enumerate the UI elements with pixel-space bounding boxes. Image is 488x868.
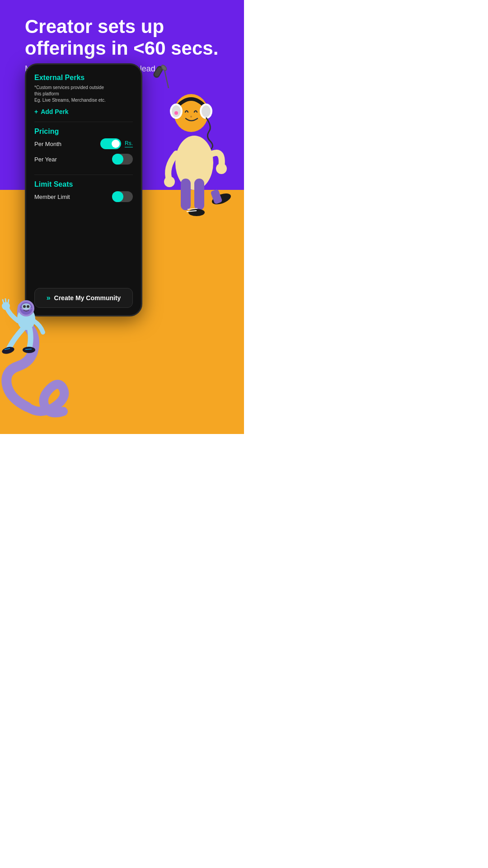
svg-point-16 xyxy=(188,209,205,216)
per-month-label: Per Month xyxy=(34,141,61,147)
per-year-toggle[interactable] xyxy=(112,154,133,165)
svg-line-29 xyxy=(3,300,4,303)
toggle-thumb xyxy=(112,140,120,148)
phone-mockup: External Perks *Custom services provided… xyxy=(25,63,142,316)
svg-point-27 xyxy=(27,305,29,308)
toggle-track-year xyxy=(112,154,133,165)
svg-point-11 xyxy=(190,116,192,118)
external-perks-desc: *Custom services provided outside this p… xyxy=(34,85,133,104)
toggle-thumb-year xyxy=(113,155,122,163)
limit-seats-section: Limit Seats Member Limit xyxy=(34,180,133,207)
microphone-icon xyxy=(147,63,169,99)
svg-point-18 xyxy=(216,163,227,174)
svg-line-30 xyxy=(5,299,6,302)
pricing-title: Pricing xyxy=(34,127,133,136)
svg-point-19 xyxy=(174,111,178,115)
member-limit-toggle[interactable] xyxy=(112,191,133,202)
per-month-controls: Rs. xyxy=(100,138,133,149)
svg-rect-12 xyxy=(181,179,191,210)
svg-point-5 xyxy=(175,136,213,190)
divider2 xyxy=(34,175,133,175)
external-perks-title: External Perks xyxy=(34,74,133,82)
toggle-thumb-member xyxy=(113,193,122,201)
svg-point-10 xyxy=(202,105,211,117)
page-title: Creator sets up offerings in <60 secs. xyxy=(25,16,218,60)
member-limit-row: Member Limit xyxy=(34,191,133,202)
svg-point-34 xyxy=(23,347,35,353)
add-perk-button[interactable]: + Add Perk xyxy=(34,108,133,115)
per-month-row: Per Month Rs. xyxy=(34,138,133,149)
svg-point-17 xyxy=(164,176,175,187)
toggle-track xyxy=(100,138,121,149)
per-month-toggle[interactable] xyxy=(100,138,121,149)
pricing-section: Pricing Per Month Rs. Per Year xyxy=(34,127,133,169)
toggle-track-member xyxy=(112,191,133,202)
per-year-label: Per Year xyxy=(34,156,57,163)
svg-rect-13 xyxy=(194,179,204,210)
per-year-row: Per Year xyxy=(34,154,133,165)
title-line2: offerings in <60 secs. xyxy=(25,38,218,59)
plus-icon: + xyxy=(34,108,38,115)
add-perk-label: Add Perk xyxy=(41,108,68,115)
svg-line-35 xyxy=(25,349,32,349)
member-limit-label: Member Limit xyxy=(34,193,70,200)
divider xyxy=(34,122,133,122)
rs-label: Rs. xyxy=(125,140,133,147)
svg-point-26 xyxy=(23,305,26,308)
limit-seats-title: Limit Seats xyxy=(34,180,133,189)
bottom-character xyxy=(0,298,117,425)
title-line1: Creator sets up xyxy=(25,16,164,37)
svg-line-31 xyxy=(8,300,9,303)
